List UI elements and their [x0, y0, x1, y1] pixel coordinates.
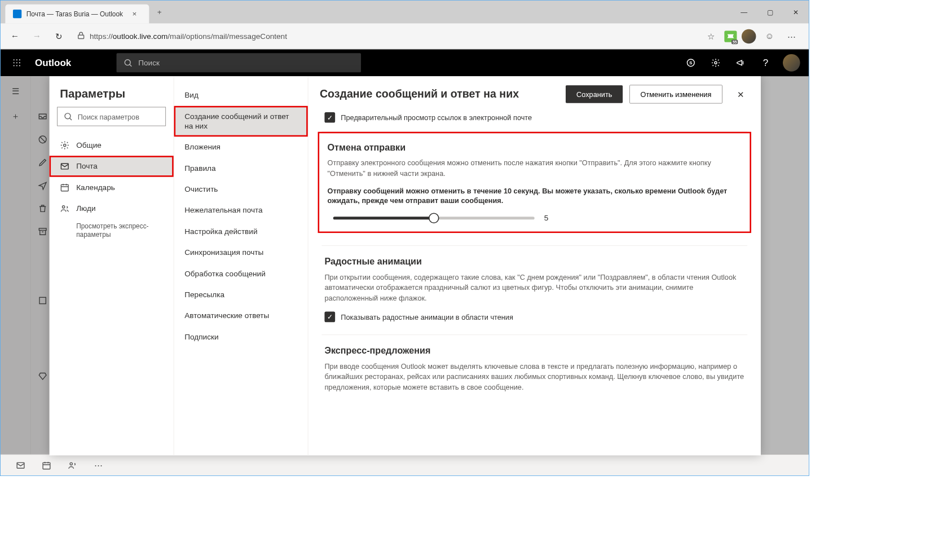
subnav-actions[interactable]: Настройка действий [174, 221, 308, 242]
feedback-icon[interactable]: ☺ [761, 28, 778, 45]
section-desc: Отправку электронного сообщения можно от… [328, 158, 742, 179]
pane-header: Создание сообщений и ответ на них Сохран… [308, 76, 761, 108]
address-bar: ← → ↻ https://outlook.live.com/mail/opti… [1, 24, 809, 50]
profile-avatar-icon[interactable] [742, 29, 756, 43]
tab-title: Почта — Taras Buria — Outlook [27, 10, 123, 18]
slider-track[interactable] [333, 217, 535, 219]
category-mail[interactable]: Почта [50, 156, 174, 177]
subnav-junk[interactable]: Нежелательная почта [174, 200, 308, 221]
close-window-button[interactable]: ✕ [783, 2, 809, 21]
subnav-attachments[interactable]: Вложения [174, 136, 308, 157]
mail-module-icon[interactable] [9, 455, 32, 475]
refresh-button[interactable]: ↻ [50, 27, 69, 46]
section-title: Радостные анимации [324, 257, 744, 267]
minimize-window-button[interactable]: — [731, 2, 757, 21]
svg-point-8 [65, 113, 70, 119]
back-button[interactable]: ← [5, 27, 24, 46]
category-general[interactable]: Общие [50, 135, 174, 156]
app-body: ☰ ＋ Вх Не Чк О Уд Ар Re [1, 76, 809, 455]
close-tab-icon[interactable]: × [128, 7, 142, 21]
search-icon [63, 112, 73, 121]
undo-send-section: Отмена отправки Отправку электронного со… [321, 131, 747, 245]
svg-point-15 [70, 462, 72, 465]
brand-label[interactable]: Outlook [28, 58, 78, 69]
new-tab-button[interactable]: + [153, 5, 166, 19]
subnav-handling[interactable]: Обработка сообщений [174, 263, 308, 284]
undo-send-slider[interactable]: 5 [328, 212, 742, 223]
svg-rect-14 [43, 462, 50, 469]
svg-point-12 [63, 206, 65, 208]
subnav-forwarding[interactable]: Пересылка [174, 284, 308, 305]
category-calendar[interactable]: Календарь [50, 177, 174, 198]
section-title: Экспресс-предложения [324, 346, 744, 356]
category-people[interactable]: Люди [50, 198, 174, 219]
svg-rect-11 [61, 184, 68, 191]
slider-fill [333, 217, 434, 219]
subnav-subscriptions[interactable]: Подписки [174, 327, 308, 347]
outlook-header: Outlook Поиск S ? [1, 50, 809, 77]
url-host: outlook.live.com [113, 32, 168, 40]
calendar-module-icon[interactable] [35, 455, 58, 475]
subnav-view[interactable]: Вид [174, 85, 308, 105]
settings-gear-icon[interactable] [704, 50, 728, 77]
settings-subnav: Вид Создание сообщений и ответ на них Вл… [174, 76, 308, 455]
settings-pane: Создание сообщений и ответ на них Сохран… [308, 76, 761, 455]
account-avatar-icon[interactable] [783, 54, 800, 72]
checkbox-label: Предварительный просмотр ссылок в электр… [341, 113, 532, 121]
more-menu-icon[interactable]: ⋯ [783, 28, 800, 45]
outlook-favicon [13, 10, 21, 18]
maximize-window-button[interactable]: ▢ [757, 2, 783, 21]
gear-icon [60, 140, 69, 150]
settings-categories: Параметры Поиск параметров Общие Почта К… [50, 76, 174, 455]
subnav-compose[interactable]: Создание сообщений и ответ на них [174, 106, 308, 136]
skype-icon[interactable]: S [679, 50, 702, 77]
megaphone-icon[interactable] [729, 50, 752, 77]
cancel-button[interactable]: Отменить изменения [629, 85, 722, 103]
pane-title: Создание сообщений и ответ на них [320, 88, 559, 101]
search-icon [123, 58, 133, 68]
subnav-sweep[interactable]: Очистить [174, 179, 308, 200]
joyful-animations-section: Радостные анимации При открытии сообщени… [321, 245, 747, 334]
people-module-icon[interactable] [61, 455, 84, 475]
people-icon [60, 204, 69, 213]
checkbox-label: Показывать радостные анимации в области … [341, 313, 513, 321]
app-launcher-button[interactable] [5, 59, 28, 67]
url-prefix: https:// [90, 32, 113, 40]
url-path: /mail/options/mail/messageContent [168, 32, 287, 40]
checkbox-checked-icon[interactable]: ✓ [324, 112, 335, 123]
window-controls: — ▢ ✕ [731, 2, 809, 21]
checkbox-checked-icon[interactable]: ✓ [324, 312, 335, 323]
search-input[interactable]: Поиск [116, 53, 361, 72]
section-desc: При открытии сообщения, содержащего таки… [324, 272, 744, 303]
more-modules-icon[interactable]: ⋯ [87, 455, 110, 475]
pane-body: ✓ Предварительный просмотр ссылок в элек… [308, 108, 761, 455]
settings-modal: Параметры Поиск параметров Общие Почта К… [50, 76, 761, 455]
section-title: Отмена отправки [328, 142, 742, 153]
url-text: https://outlook.live.com/mail/options/ma… [90, 32, 287, 41]
extension-badge[interactable]: 55 [724, 30, 737, 42]
forward-button: → [27, 27, 46, 46]
settings-search-input[interactable]: Поиск параметров [57, 107, 166, 126]
subnav-sync[interactable]: Синхронизация почты [174, 242, 308, 263]
url-field[interactable]: https://outlook.live.com/mail/options/ma… [72, 28, 696, 45]
close-modal-button[interactable]: ✕ [732, 86, 750, 103]
link-preview-option[interactable]: ✓ Предварительный просмотр ссылок в элек… [321, 108, 747, 131]
highlight-box: Отмена отправки Отправку электронного со… [318, 132, 751, 233]
svg-point-4 [715, 61, 717, 64]
browser-tab[interactable]: Почта — Taras Buria — Outlook × [5, 5, 149, 24]
category-label: Почта [76, 162, 98, 170]
category-label: Календарь [76, 183, 115, 192]
quick-settings-link[interactable]: Просмотреть экспресс-параметры [50, 219, 174, 241]
favorite-icon[interactable]: ☆ [702, 28, 720, 45]
waffle-icon [12, 59, 21, 67]
lock-icon [76, 30, 86, 42]
calendar-icon [60, 183, 69, 192]
subnav-autoreply[interactable]: Автоматические ответы [174, 305, 308, 326]
joyful-option[interactable]: ✓ Показывать радостные анимации в област… [324, 310, 744, 322]
save-button[interactable]: Сохранить [566, 85, 623, 103]
slider-thumb[interactable] [429, 213, 439, 223]
help-icon[interactable]: ? [754, 50, 777, 77]
mail-icon [60, 161, 69, 171]
section-strong: Отправку сообщений можно отменить в тече… [328, 186, 742, 206]
subnav-rules[interactable]: Правила [174, 158, 308, 179]
